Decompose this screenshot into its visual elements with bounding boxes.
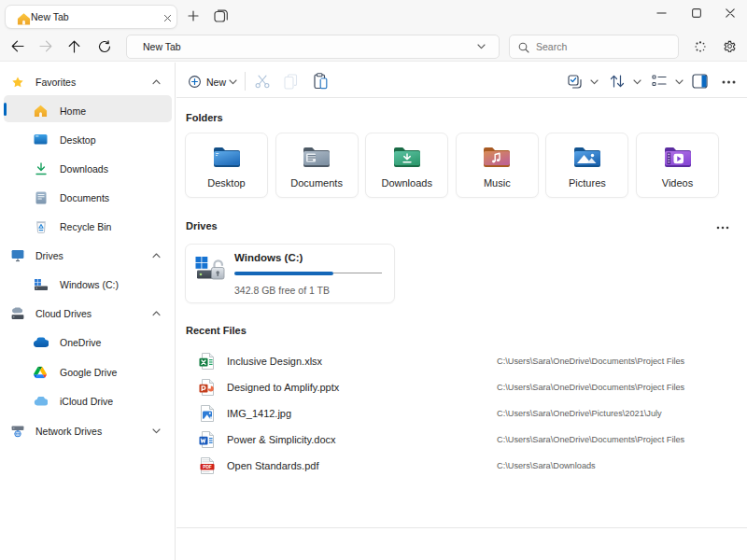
svg-text:PDF: PDF [203, 465, 212, 469]
